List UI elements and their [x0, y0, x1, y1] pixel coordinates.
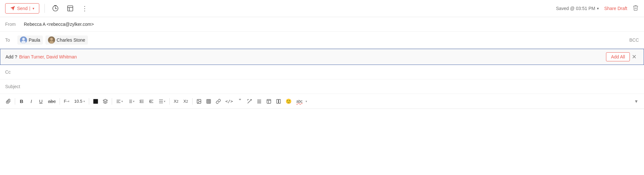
close-icon: ✕ [632, 54, 637, 60]
save-template-button[interactable] [65, 4, 76, 13]
align-icon [116, 99, 121, 104]
strikethrough-button[interactable]: abc [46, 97, 58, 105]
to-row[interactable]: To Paula Charles Stone BCC [0, 32, 644, 49]
attach-button[interactable] [4, 98, 13, 105]
bold-button[interactable]: B [17, 97, 26, 105]
indent-adjust-button[interactable] [255, 98, 264, 105]
recipient-name-paula: Paula [29, 37, 40, 43]
toolbar-divider-1 [44, 4, 45, 13]
recipient-name-charles: Charles Stone [57, 37, 85, 43]
font-size-display: 10.5 ▾ [74, 99, 85, 104]
superscript-button[interactable]: X2 [172, 98, 181, 105]
svg-rect-4 [67, 6, 73, 11]
spellcheck-arrow[interactable]: ▾ [306, 100, 307, 103]
fmt-sep-1 [15, 98, 15, 105]
line-height-arrow: ▾ [164, 100, 166, 103]
header-bar: Send ▾ ⋮ Saved @ 03:51 PM ▾ Share Draft [0, 0, 644, 17]
add-all-button[interactable]: Add All [606, 52, 630, 61]
saved-dropdown[interactable]: ▾ [597, 6, 599, 11]
svg-point-8 [22, 38, 25, 40]
expand-toolbar-button[interactable]: ▾ [632, 97, 640, 106]
send-icon [10, 6, 15, 11]
font-family-label: F- [64, 99, 68, 104]
trash-icon [632, 5, 639, 11]
fmt-sep-6 [192, 98, 193, 105]
link-icon [216, 99, 221, 104]
from-row: From Rebecca A <rebecca@zylker.com> [0, 17, 644, 32]
to-label: To [5, 37, 15, 43]
emoji-button[interactable]: 🙂 [284, 97, 294, 106]
delete-draft-button[interactable] [632, 5, 639, 13]
font-size-button[interactable]: 10.5 ▾ [72, 98, 87, 105]
link-button[interactable] [214, 98, 223, 105]
svg-point-32 [198, 100, 198, 101]
subject-row[interactable]: Subject [0, 79, 644, 94]
suggestion-close-button[interactable]: ✕ [630, 53, 639, 60]
svg-rect-3 [54, 5, 56, 6]
schedule-send-button[interactable] [50, 4, 61, 13]
bcc-button[interactable]: BCC [629, 37, 639, 43]
indent-right-icon [149, 99, 154, 104]
header-right: Saved @ 03:51 PM ▾ Share Draft [556, 5, 639, 13]
list-button[interactable]: ▾ [126, 98, 137, 105]
saved-status: Saved @ 03:51 PM ▾ [556, 6, 599, 11]
suggestion-names[interactable]: Brian Turner, David Whitman [19, 54, 77, 59]
indent-left-icon [139, 99, 144, 104]
subscript-button[interactable]: X2 [181, 98, 190, 105]
from-value: Rebecca A <rebecca@zylker.com> [24, 22, 94, 27]
color-swatch [93, 99, 98, 104]
indent-right-button[interactable] [147, 98, 156, 105]
table-image-button[interactable] [204, 98, 213, 105]
subject-label: Subject [5, 84, 21, 89]
line-height-button[interactable]: ▾ [156, 98, 167, 105]
align-button[interactable]: ▾ [114, 98, 125, 105]
image-button[interactable] [194, 98, 204, 105]
format-toolbar-right: ▾ [632, 97, 640, 106]
spellcheck-button[interactable]: abc [294, 98, 304, 105]
underline-button[interactable]: U [36, 97, 45, 105]
send-label: Send [17, 6, 28, 11]
recipient-chip-paula[interactable]: Paula [17, 36, 43, 45]
cc-row[interactable]: Cc [0, 65, 644, 79]
insert-table-button[interactable] [264, 98, 273, 105]
fmt-sep-2 [60, 98, 60, 105]
highlight-icon [103, 99, 108, 104]
send-dropdown-arrow[interactable]: ▾ [30, 6, 34, 11]
svg-point-11 [50, 38, 53, 40]
avatar-charles [48, 36, 55, 44]
fmt-sep-3 [89, 98, 89, 105]
suggestion-row: Add ? Brian Turner, David Whitman Add Al… [0, 49, 644, 65]
svg-rect-47 [279, 99, 280, 103]
indent-left-button[interactable] [137, 98, 146, 105]
recipient-chip-charles[interactable]: Charles Stone [45, 36, 88, 45]
line-height-icon [158, 99, 164, 104]
clear-format-icon [247, 99, 252, 104]
fmt-sep-4 [112, 98, 112, 105]
font-family-button[interactable]: F- ▾ [62, 98, 71, 105]
send-button[interactable]: Send ▾ [5, 3, 39, 14]
quote-button[interactable]: " [235, 97, 244, 106]
image-icon [196, 99, 202, 104]
highlight-button[interactable] [101, 98, 110, 105]
template-icon [67, 5, 74, 12]
indent-adjust-icon [257, 99, 262, 104]
share-draft-button[interactable]: Share Draft [604, 6, 627, 11]
text-color-button[interactable] [91, 98, 100, 105]
columns-button[interactable] [274, 98, 283, 105]
clear-format-button[interactable] [245, 98, 254, 105]
more-options-button[interactable]: ⋮ [80, 3, 90, 14]
format-toolbar: B I U abc F- ▾ 10.5 ▾ [0, 94, 644, 109]
svg-marker-1 [10, 6, 14, 10]
code-button[interactable]: </> [223, 98, 235, 105]
table-icon [266, 99, 271, 104]
suggestion-add-text: Add ? [5, 54, 17, 59]
avatar-paula [20, 36, 27, 44]
align-arrow: ▾ [121, 100, 123, 103]
table-image-icon [206, 99, 211, 104]
schedule-icon [52, 5, 59, 12]
svg-rect-33 [207, 99, 211, 103]
list-arrow: ▾ [133, 100, 135, 103]
cc-label: Cc [5, 69, 21, 75]
italic-button[interactable]: I [27, 97, 36, 105]
fmt-sep-5 [169, 98, 170, 105]
